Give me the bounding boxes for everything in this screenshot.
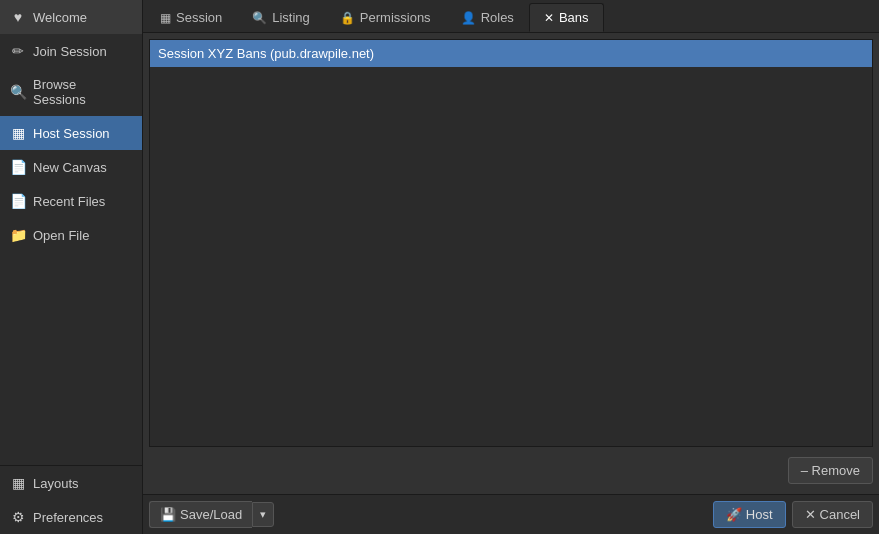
host-icon: 🚀 (726, 507, 742, 522)
sidebar-item-label: Host Session (33, 126, 110, 141)
roles-tab-icon: 👤 (461, 11, 476, 25)
session-tab-icon: ▦ (160, 11, 171, 25)
host-button[interactable]: 🚀 Host (713, 501, 786, 528)
sidebar-item-label: Join Session (33, 44, 107, 59)
sidebar-item-label: Recent Files (33, 194, 105, 209)
sidebar-item-browse-sessions[interactable]: 🔍 Browse Sessions (0, 68, 142, 116)
recent-icon: 📄 (10, 193, 26, 209)
sidebar-item-layouts[interactable]: ▦ Layouts (0, 466, 142, 500)
gear-icon: ⚙ (10, 509, 26, 525)
tab-label: Bans (559, 10, 589, 25)
sidebar-item-label: Layouts (33, 476, 79, 491)
cancel-icon: ✕ (805, 507, 816, 522)
ban-list-item[interactable]: Session XYZ Bans (pub.drawpile.net) (150, 40, 872, 67)
tab-label: Permissions (360, 10, 431, 25)
footer-right: 🚀 Host ✕ Cancel (713, 501, 873, 528)
tab-label: Roles (481, 10, 514, 25)
sidebar-item-host-session[interactable]: ▦ Host Session (0, 116, 142, 150)
sidebar-item-open-file[interactable]: 📁 Open File (0, 218, 142, 252)
tab-label: Session (176, 10, 222, 25)
bans-tab-icon: ✕ (544, 11, 554, 25)
save-load-dropdown-arrow[interactable]: ▾ (252, 502, 274, 527)
sidebar: ♥ Welcome ✏ Join Session 🔍 Browse Sessio… (0, 0, 143, 534)
cancel-button[interactable]: ✕ Cancel (792, 501, 873, 528)
main-panel: ▦ Session 🔍 Listing 🔒 Permissions 👤 Role… (143, 0, 879, 534)
tab-permissions[interactable]: 🔒 Permissions (325, 3, 446, 32)
lock-icon: 🔒 (340, 11, 355, 25)
tab-content: Session XYZ Bans (pub.drawpile.net) – Re… (143, 33, 879, 494)
sidebar-item-label: New Canvas (33, 160, 107, 175)
tab-session[interactable]: ▦ Session (145, 3, 237, 32)
sidebar-item-join-session[interactable]: ✏ Join Session (0, 34, 142, 68)
grid-icon: ▦ (10, 125, 26, 141)
listing-tab-icon: 🔍 (252, 11, 267, 25)
sidebar-spacer (0, 252, 142, 465)
folder-icon: 📁 (10, 227, 26, 243)
sidebar-item-label: Welcome (33, 10, 87, 25)
tab-label: Listing (272, 10, 310, 25)
sidebar-item-welcome[interactable]: ♥ Welcome (0, 0, 142, 34)
save-load-label: Save/Load (180, 507, 242, 522)
tab-bar: ▦ Session 🔍 Listing 🔒 Permissions 👤 Role… (143, 0, 879, 33)
tab-roles[interactable]: 👤 Roles (446, 3, 529, 32)
sidebar-item-preferences[interactable]: ⚙ Preferences (0, 500, 142, 534)
ban-list[interactable]: Session XYZ Bans (pub.drawpile.net) (149, 39, 873, 447)
layouts-icon: ▦ (10, 475, 26, 491)
cancel-label: Cancel (820, 507, 860, 522)
sidebar-item-label: Preferences (33, 510, 103, 525)
pencil-icon: ✏ (10, 43, 26, 59)
ban-item-label: Session XYZ Bans (pub.drawpile.net) (158, 46, 374, 61)
sidebar-item-recent-files[interactable]: 📄 Recent Files (0, 184, 142, 218)
save-load-button[interactable]: 💾 Save/Load (149, 501, 252, 528)
search-icon: 🔍 (10, 84, 26, 100)
host-label: Host (746, 507, 773, 522)
heart-icon: ♥ (10, 9, 26, 25)
sidebar-item-label: Open File (33, 228, 89, 243)
footer: 💾 Save/Load ▾ 🚀 Host ✕ Cancel (143, 494, 879, 534)
remove-button[interactable]: – Remove (788, 457, 873, 484)
dropdown-arrow-icon: ▾ (260, 508, 266, 520)
save-load-dropdown: 💾 Save/Load ▾ (149, 501, 274, 528)
sidebar-item-label: Browse Sessions (33, 77, 132, 107)
sidebar-bottom: ▦ Layouts ⚙ Preferences (0, 465, 142, 534)
save-icon: 💾 (160, 507, 176, 522)
sidebar-item-new-canvas[interactable]: 📄 New Canvas (0, 150, 142, 184)
tab-listing[interactable]: 🔍 Listing (237, 3, 325, 32)
remove-area: – Remove (149, 453, 873, 488)
tab-bans[interactable]: ✕ Bans (529, 3, 604, 32)
new-file-icon: 📄 (10, 159, 26, 175)
